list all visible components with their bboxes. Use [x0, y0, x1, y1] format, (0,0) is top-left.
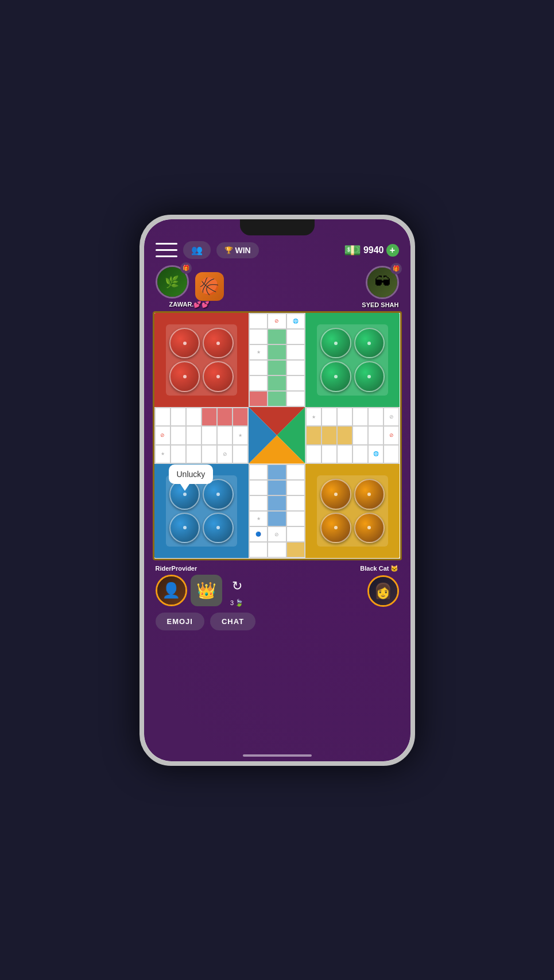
home-green: [305, 313, 400, 408]
reload-count: 3 🍃: [230, 599, 243, 607]
tc-12: [286, 360, 305, 375]
bottom-right-avatar-face: 👩: [369, 577, 397, 605]
piece-red-3: [169, 361, 200, 392]
add-coins-button[interactable]: +: [386, 244, 399, 257]
red-home-box: [166, 324, 237, 396]
reload-number: 3: [230, 599, 234, 606]
leaf-icon: 🍃: [235, 599, 243, 607]
players-bottom: RiderProvider 👤 👑 ↻ 3 🍃: [144, 560, 410, 607]
lc-7: ⊘: [155, 426, 171, 444]
bc-18: [286, 542, 305, 557]
rc-17: 🌐: [368, 445, 383, 463]
player-top-left: 🌿 🎁 🏀 ZAWAR.💕💕: [156, 265, 224, 308]
bc-1: [249, 464, 268, 480]
lc-12: ★: [233, 426, 248, 444]
rc-14: [321, 445, 337, 463]
piece-red-4: [203, 361, 233, 392]
friends-button[interactable]: 👥: [183, 241, 211, 259]
emoji-button[interactable]: EMOJI: [156, 613, 204, 630]
tc-7: ★: [249, 344, 268, 360]
phone-screen: 👥 🏆 WIN 💵 9940 + 🌿: [144, 219, 410, 761]
top-right-avatar-container: 🕶 🎁: [366, 266, 399, 299]
center-triangles: [249, 407, 305, 463]
tc-18: [286, 391, 305, 406]
player-bottom-right: Black Cat 🐱 👩: [360, 565, 398, 607]
trophy-icon: 🏆: [224, 246, 233, 254]
lc-5: [217, 408, 233, 426]
rc-2: [321, 408, 337, 426]
rc-9: [337, 426, 352, 444]
tc-2: ⊘: [268, 313, 286, 329]
bottom-left-row: 👤 👑 ↻ 3 🍃: [156, 575, 249, 607]
friends-icon: 👥: [191, 245, 203, 255]
bottom-left-avatar: 👤: [156, 575, 187, 606]
basketball-icon: 🏀: [195, 272, 224, 301]
piece-yellow-4: [354, 513, 385, 543]
piece-red-1: [169, 328, 200, 358]
tc-10: [249, 360, 268, 375]
piece-blue-4: [203, 513, 233, 543]
rc-3: [337, 408, 352, 426]
crown-icon: 👑: [196, 581, 216, 600]
tc-6: [286, 329, 305, 344]
win-label: WIN: [235, 246, 251, 255]
lc-18: [233, 445, 248, 463]
menu-button[interactable]: [156, 241, 177, 259]
win-button[interactable]: 🏆 WIN: [216, 242, 259, 258]
reload-area: ↻ 3 🍃: [226, 575, 249, 607]
lc-3: [186, 408, 202, 426]
lc-1: [155, 408, 171, 426]
bc-17: [268, 542, 286, 557]
bc-12: [286, 511, 305, 526]
chat-button[interactable]: CHAT: [210, 613, 255, 630]
lc-6: [233, 408, 248, 426]
yellow-home-box: [317, 475, 388, 547]
piece-green-3: [320, 361, 351, 392]
tc-11: [268, 360, 286, 375]
tc-1: [249, 313, 268, 329]
sunglasses-emoji: 🕶: [374, 273, 390, 292]
rc-15: [337, 445, 352, 463]
lc-8: [171, 426, 186, 444]
phone-notch: [240, 219, 315, 235]
rc-4: [352, 408, 368, 426]
bc-4: [249, 480, 268, 495]
bc-11: [268, 511, 286, 526]
piece-green-1: [320, 328, 351, 358]
bc-7: [249, 495, 268, 511]
player-bottom-left: RiderProvider 👤 👑 ↻ 3 🍃: [156, 565, 249, 607]
rc-13: [306, 445, 321, 463]
gift-badge-left: 🎁: [180, 262, 192, 274]
bottom-path: ★ 🔵 ⊘: [249, 464, 305, 559]
power-button[interactable]: 👑: [191, 575, 222, 606]
bottom-right-avatar: 👩: [367, 575, 399, 607]
tc-16: [249, 391, 268, 406]
bc-10: ★: [249, 511, 268, 526]
ludo-board-container: ⊘ 🌐 ★: [153, 311, 402, 560]
tc-14: [268, 375, 286, 391]
tc-13: [249, 375, 268, 391]
gift-badge-right: 🎁: [390, 263, 402, 274]
bc-13: 🔵: [249, 526, 268, 542]
bc-3: [286, 464, 305, 480]
bc-14: ⊘: [268, 526, 286, 542]
piece-yellow-2: [354, 479, 385, 509]
lc-9: [186, 426, 202, 444]
speech-bubble: Unlucky: [169, 464, 214, 484]
rc-8: [321, 426, 337, 444]
rc-12: ⊘: [383, 426, 399, 444]
bc-8: [268, 495, 286, 511]
lc-16: [202, 445, 217, 463]
tc-5: [268, 329, 286, 344]
rc-11: [368, 426, 383, 444]
rc-5: [368, 408, 383, 426]
top-left-name: ZAWAR.💕💕: [169, 301, 210, 308]
piece-blue-3: [169, 513, 200, 543]
coins-amount: 9940: [363, 245, 384, 255]
basketball-emoji: 🏀: [199, 277, 219, 296]
home-red: [154, 313, 249, 408]
lc-17: ⊘: [217, 445, 233, 463]
bottom-right-name: Black Cat 🐱: [360, 565, 398, 572]
reload-button[interactable]: ↻: [226, 575, 249, 598]
home-indicator: [243, 754, 312, 757]
